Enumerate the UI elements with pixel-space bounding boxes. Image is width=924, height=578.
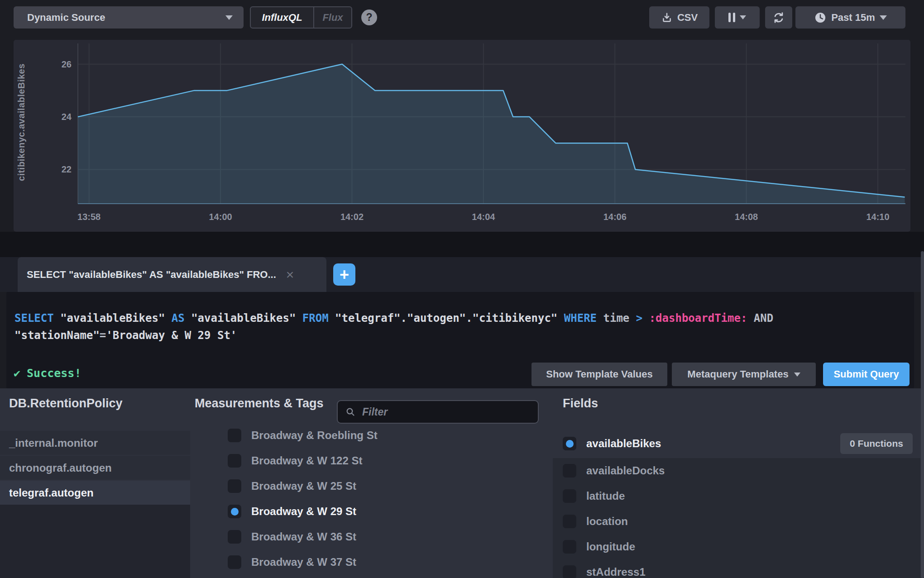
list-item[interactable]: Broadway & W 36 St (190, 524, 548, 549)
query-token-str: "stationName" (14, 329, 100, 342)
item-label: Broadway & W 122 St (251, 454, 362, 467)
checkbox-icon[interactable] (563, 464, 576, 478)
field-label: availableBikes (586, 437, 661, 450)
checkbox-icon[interactable] (228, 479, 241, 493)
refresh-button[interactable] (765, 6, 792, 29)
filter-input[interactable] (361, 406, 531, 419)
list-item[interactable]: Broadway & W 29 St (190, 499, 548, 524)
status-text: Success! (27, 367, 81, 380)
chevron-down-icon (225, 15, 233, 20)
checkbox-icon[interactable] (228, 530, 241, 544)
list-item[interactable]: latitude (553, 483, 920, 509)
query-token-str: "availableBikes" (60, 312, 165, 325)
refresh-icon (772, 11, 785, 24)
svg-text:24: 24 (62, 112, 72, 122)
pause-dropdown-button[interactable] (715, 6, 760, 29)
measurement-filter[interactable] (337, 400, 539, 424)
add-query-button[interactable]: + (333, 263, 355, 286)
graph-panel: 22242613:5814:0014:0214:0414:0614:0814:1… (14, 40, 910, 232)
help-icon[interactable]: ? (361, 10, 377, 25)
item-label: availableDocks (586, 464, 665, 477)
query-token-var: :dashboardTime: (649, 312, 747, 325)
measurements-list: Broadway & Roebling StBroadway & W 122 S… (190, 423, 548, 575)
query-token-kw: > (636, 312, 649, 325)
chronograf-data-explorer: Dynamic Source InfluxQL Flux ? CSV Past … (0, 0, 924, 578)
query-tab[interactable]: SELECT "availableBikes" AS "availableBik… (18, 257, 326, 292)
functions-button[interactable]: 0 Functions (840, 433, 913, 454)
db-retention-policy-title: DB.RetentionPolicy (9, 396, 123, 411)
tab-influxql[interactable]: InfluxQL (251, 7, 314, 28)
query-token-kw: SELECT (14, 312, 60, 325)
query-status: ✔ Success! (14, 367, 81, 380)
query-token-pl (557, 312, 564, 325)
list-item[interactable]: availableDocks (553, 458, 920, 483)
db-list: _internal.monitorchronograf.autogenteleg… (0, 431, 190, 506)
availablebikes-area-chart[interactable]: 22242613:5814:0014:0214:0414:0614:0814:1… (14, 40, 910, 232)
svg-text:22: 22 (62, 164, 72, 174)
item-label: Broadway & W 29 St (251, 505, 356, 518)
query-token-kw: FROM (302, 312, 335, 325)
query-token-pl: = (100, 329, 106, 342)
item-label: longitude (586, 540, 635, 553)
list-item[interactable]: Broadway & Roebling St (190, 423, 548, 448)
tab-flux[interactable]: Flux (314, 7, 351, 28)
time-range-dropdown[interactable]: Past 15m (795, 6, 905, 29)
checkbox-icon[interactable] (563, 489, 576, 503)
fields-list: availableDockslatitudelocationlongitudes… (553, 458, 920, 578)
checkbox-icon[interactable] (228, 454, 241, 468)
chevron-down-icon (794, 373, 800, 377)
query-text[interactable]: SELECT "availableBikes" AS "availableBik… (14, 310, 902, 344)
list-item[interactable]: longitude (553, 534, 920, 559)
fields-title: Fields (563, 396, 598, 411)
item-label: location (586, 515, 628, 528)
item-label: latitude (586, 490, 625, 502)
list-item[interactable]: Broadway & W 37 St (190, 549, 548, 575)
metaquery-label: Metaquery Templates (687, 368, 788, 380)
query-token-str: "availableBikes" (191, 312, 296, 325)
db-list-item[interactable]: chronograf.autogen (0, 456, 190, 480)
section-divider (0, 232, 924, 257)
chevron-down-icon (880, 15, 887, 20)
list-item[interactable]: stAddress1 (553, 559, 920, 578)
checkbox-icon[interactable] (563, 565, 576, 578)
query-token-pl (165, 312, 171, 325)
svg-text:26: 26 (62, 59, 72, 69)
download-csv-button[interactable]: CSV (649, 6, 709, 29)
submit-query-button[interactable]: Submit Query (823, 363, 910, 386)
query-token-pl: time (603, 312, 636, 325)
svg-text:14:02: 14:02 (340, 212, 364, 222)
checkbox-icon[interactable] (563, 540, 576, 554)
query-token-str: 'Broadway & W 29 St' (106, 329, 237, 342)
checkbox-icon[interactable] (228, 429, 241, 442)
list-item[interactable]: Broadway & W 25 St (190, 473, 548, 499)
query-token-kw: AS (172, 312, 191, 325)
db-list-item[interactable]: telegraf.autogen (0, 481, 190, 505)
svg-text:13:58: 13:58 (77, 212, 101, 222)
source-dropdown-label: Dynamic Source (27, 12, 105, 24)
source-dropdown[interactable]: Dynamic Source (14, 6, 244, 29)
query-token-kw: WHERE (564, 312, 603, 325)
query-language-toggle: InfluxQL Flux (250, 6, 352, 29)
checkbox-icon[interactable] (228, 555, 241, 569)
svg-text:14:00: 14:00 (209, 212, 232, 222)
db-list-empty-area (0, 505, 190, 578)
search-icon (345, 406, 356, 417)
field-item-availablebikes[interactable]: availableBikes 0 Functions (553, 431, 920, 456)
radio-checked-icon[interactable] (228, 505, 241, 518)
checkbox-icon[interactable] (563, 515, 576, 528)
db-list-item[interactable]: _internal.monitor (0, 431, 190, 455)
item-label: stAddress1 (586, 566, 646, 578)
radio-checked-icon[interactable] (563, 437, 576, 450)
list-item[interactable]: Broadway & W 122 St (190, 448, 548, 473)
vertical-scrollbar[interactable] (921, 251, 924, 578)
close-icon[interactable]: × (286, 268, 294, 282)
measurements-tags-title: Measurements & Tags (195, 396, 324, 411)
query-token-pl: AND (747, 312, 773, 325)
metaquery-templates-dropdown[interactable]: Metaquery Templates (672, 363, 816, 386)
svg-text:14:04: 14:04 (472, 212, 495, 222)
download-icon (661, 12, 673, 24)
show-template-values-button[interactable]: Show Template Values (531, 363, 667, 386)
list-item[interactable]: location (553, 509, 920, 534)
pause-icon (728, 13, 735, 22)
check-icon: ✔ (14, 367, 20, 380)
